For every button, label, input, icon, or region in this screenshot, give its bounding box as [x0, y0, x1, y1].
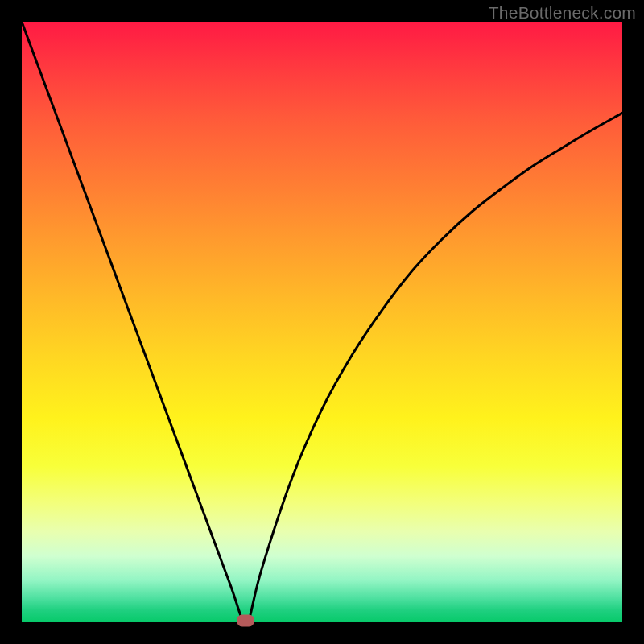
watermark-text: TheBottleneck.com: [489, 3, 636, 23]
chart-svg: [22, 22, 622, 622]
optimal-point-marker: [237, 614, 254, 626]
bottleneck-curve: [22, 22, 622, 621]
